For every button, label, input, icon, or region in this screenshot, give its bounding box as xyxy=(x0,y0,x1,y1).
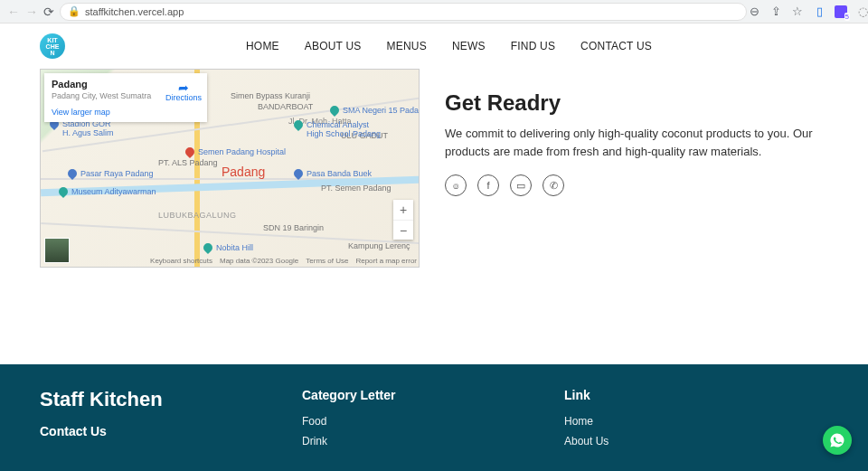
instagram-icon: ⌾ xyxy=(453,180,459,191)
map-city-label: Padang xyxy=(222,165,265,179)
ext-icon-3[interactable]: ◌ xyxy=(855,5,868,19)
footer-contact-heading: Contact Us xyxy=(40,424,302,438)
whatsapp-icon xyxy=(829,432,845,448)
directions-button[interactable]: ➦ Directions xyxy=(165,80,202,102)
map-poi[interactable]: Pasar Raya Padang xyxy=(68,169,154,178)
url-text: staffkitchen.vercel.app xyxy=(85,6,184,17)
zoom-out-button[interactable]: − xyxy=(393,220,413,240)
map-report-link[interactable]: Report a map error xyxy=(355,257,417,265)
nav-findus[interactable]: FIND US xyxy=(511,40,555,52)
browser-chrome: ← → ⟳ 🔒 staffkitchen.vercel.app ⊖ ⇪ ☆ ▯ … xyxy=(0,0,868,24)
main-nav: HOME ABOUT US MENUS NEWS FIND US CONTACT… xyxy=(246,40,652,52)
facebook-icon: f xyxy=(486,180,489,191)
directions-icon: ➦ xyxy=(177,80,190,93)
map-zoom-control: + − xyxy=(393,200,413,240)
address-bar[interactable]: 🔒 staffkitchen.vercel.app xyxy=(60,3,747,21)
forward-button[interactable]: → xyxy=(25,4,38,20)
map-label: LUBUKBAGALUNG xyxy=(158,211,237,220)
youtube-link[interactable]: ▭ xyxy=(510,174,532,196)
nav-menus[interactable]: MENUS xyxy=(387,40,427,52)
map-label: Simen Bypass Kuranji xyxy=(231,91,310,100)
site-header: KIT CHE N HOME ABOUT US MENUS NEWS FIND … xyxy=(0,24,868,69)
footer-link-heading: Link xyxy=(564,388,828,402)
section-body: We commit to delivering only high-qualit… xyxy=(445,125,828,160)
whatsapp-float-button[interactable] xyxy=(823,426,852,455)
toolbar-extensions: ⊖ ⇪ ☆ ▯ 5 ◌ ✦ ⭳ ▣ ⋮ xyxy=(747,5,868,19)
reload-button[interactable]: ⟳ xyxy=(43,4,54,20)
view-larger-map-link[interactable]: View larger map xyxy=(52,108,200,117)
footer-link-food[interactable]: Food xyxy=(302,415,564,428)
footer-category-heading: Category Letter xyxy=(302,388,564,402)
map-label: Kampung Lerenç xyxy=(348,241,410,250)
findus-content: Get Readry We commit to delivering only … xyxy=(445,69,828,268)
ext-icon-2[interactable]: 5 xyxy=(834,5,848,19)
map-poi[interactable]: Museum Adityawarman xyxy=(59,187,156,196)
map-info-card: Padang Padang City, West Sumatra View la… xyxy=(44,73,207,122)
facebook-link[interactable]: f xyxy=(477,174,499,196)
map-satellite-toggle[interactable] xyxy=(44,238,70,263)
map-poi[interactable]: Pasa Banda Buek xyxy=(294,169,372,178)
footer-brand: Staff Kitchen xyxy=(40,388,302,411)
map-poi[interactable]: Chemical Analyst High School Padang xyxy=(294,120,381,138)
youtube-icon: ▭ xyxy=(516,180,525,192)
nav-about[interactable]: ABOUT US xyxy=(305,40,362,52)
map-data-label: Map data ©2023 Google xyxy=(220,257,298,265)
site-footer: Staff Kitchen Contact Us Category Letter… xyxy=(0,364,868,471)
findus-section: BANDARBOAT Simen Bypass Kuranji ULU GADU… xyxy=(0,69,868,268)
map-attribution: Keyboard shortcuts Map data ©2023 Google… xyxy=(150,257,417,265)
map-shortcuts-link[interactable]: Keyboard shortcuts xyxy=(150,257,212,265)
map-poi[interactable]: Stadion GOR H. Agus Salim xyxy=(50,119,114,137)
map-poi[interactable]: SMA Negeri 15 Padang xyxy=(330,106,420,115)
star-icon[interactable]: ☆ xyxy=(790,5,805,19)
map-embed[interactable]: BANDARBOAT Simen Bypass Kuranji ULU GADU… xyxy=(40,69,420,268)
back-button[interactable]: ← xyxy=(7,4,20,20)
footer-link-about[interactable]: About Us xyxy=(564,435,828,447)
map-label: PT. ALS Padang xyxy=(158,158,218,167)
zoom-in-button[interactable]: + xyxy=(393,200,413,220)
site-logo[interactable]: KIT CHE N xyxy=(40,33,65,59)
map-poi[interactable]: Semen Padang Hospital xyxy=(185,147,286,156)
nav-contact[interactable]: CONTACT US xyxy=(580,40,652,52)
map-label: SDN 19 Baringin xyxy=(263,223,324,232)
map-label: PT. Semen Padang xyxy=(321,184,392,193)
footer-link-home[interactable]: Home xyxy=(564,415,828,428)
lock-icon: 🔒 xyxy=(68,5,80,17)
nav-news[interactable]: NEWS xyxy=(452,40,486,52)
map-label: BANDARBOAT xyxy=(258,102,313,111)
map-terms-link[interactable]: Terms of Use xyxy=(306,257,348,265)
ext-icon-1[interactable]: ▯ xyxy=(812,5,826,19)
instagram-link[interactable]: ⌾ xyxy=(445,174,467,196)
phone-icon: ✆ xyxy=(550,180,558,192)
zoom-icon[interactable]: ⊖ xyxy=(747,5,761,19)
share-icon[interactable]: ⇪ xyxy=(769,5,783,19)
nav-home[interactable]: HOME xyxy=(246,40,279,52)
phone-link[interactable]: ✆ xyxy=(542,174,564,196)
social-links: ⌾ f ▭ ✆ xyxy=(445,174,828,196)
footer-link-drink[interactable]: Drink xyxy=(302,435,564,447)
section-heading: Get Readry xyxy=(445,90,828,116)
map-poi[interactable]: Nobita Hill xyxy=(203,243,253,252)
